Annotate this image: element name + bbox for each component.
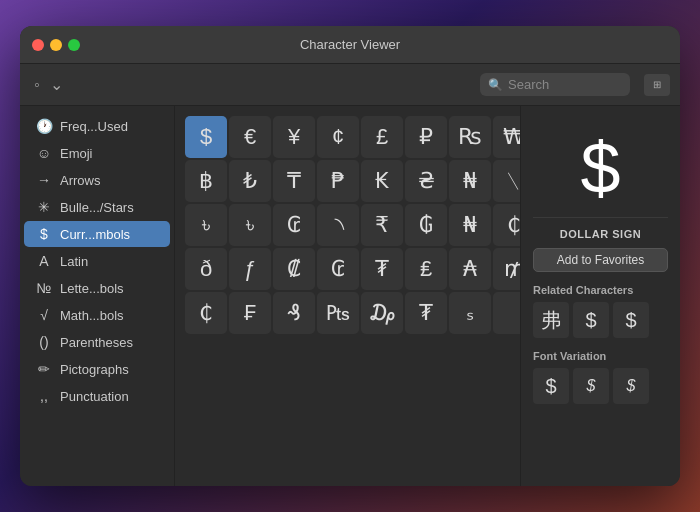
- sidebar-item-label-math-symbols: Math...bols: [60, 308, 124, 323]
- sidebar-item-label-bullets-stars: Bulle.../Stars: [60, 200, 134, 215]
- char-cell[interactable]: $: [185, 116, 227, 158]
- related-chars: 弗$$: [533, 302, 668, 338]
- char-cell[interactable]: ₵: [185, 292, 227, 334]
- char-cell[interactable]: ¢: [317, 116, 359, 158]
- font-variation-char[interactable]: $: [613, 368, 649, 404]
- char-cell[interactable]: ₩: [493, 116, 520, 158]
- sidebar-item-icon-parentheses: (): [36, 334, 52, 350]
- detail-char-display: $: [533, 118, 668, 218]
- sidebar-item-latin[interactable]: A Latin: [24, 248, 170, 274]
- char-cell[interactable]: ð: [185, 248, 227, 290]
- sidebar-item-label-punctuation: Punctuation: [60, 389, 129, 404]
- char-cell[interactable]: ₲: [405, 204, 447, 246]
- back-button[interactable]: ◦: [30, 73, 44, 96]
- sidebar-item-math-symbols[interactable]: √ Math...bols: [24, 302, 170, 328]
- detail-char-name: DOLLAR SIGN: [533, 228, 668, 240]
- char-cell[interactable]: £: [361, 116, 403, 158]
- window-title: Character Viewer: [300, 37, 400, 52]
- sidebar-item-letter-symbols[interactable]: № Lette...bols: [24, 275, 170, 301]
- char-cell[interactable]: ₳: [449, 248, 491, 290]
- char-cell[interactable]: ₦: [449, 160, 491, 202]
- sidebar-item-label-currency: Curr...mbols: [60, 227, 130, 242]
- char-cell[interactable]: ₛ: [449, 292, 491, 334]
- sidebar-item-emoji[interactable]: ☺ Emoji: [24, 140, 170, 166]
- search-icon: 🔍: [488, 78, 503, 92]
- char-cell[interactable]: ₵: [493, 204, 520, 246]
- add-favorites-button[interactable]: Add to Favorites: [533, 248, 668, 272]
- char-cell[interactable]: ₯: [361, 292, 403, 334]
- sidebar-item-icon-letter-symbols: №: [36, 280, 52, 296]
- related-char[interactable]: $: [613, 302, 649, 338]
- char-cell[interactable]: ƒ: [229, 248, 271, 290]
- related-section-title: Related Characters: [533, 284, 668, 296]
- sidebar-item-icon-punctuation: ,,: [36, 388, 52, 404]
- sidebar-item-icon-latin: A: [36, 253, 52, 269]
- char-cell[interactable]: ₺: [229, 160, 271, 202]
- char-cell[interactable]: ₢: [273, 204, 315, 246]
- char-cell[interactable]: ₤: [405, 248, 447, 290]
- char-grid-area: $€¥¢£₽₨₩฿₺₸₱₭₴₦﹨৳৳₢৲₹₲₦₵ðƒ₡₢₮₤₳₥₵₣₰₧₯₮ₛ: [175, 106, 520, 486]
- close-button[interactable]: [32, 39, 44, 51]
- char-grid: $€¥¢£₽₨₩฿₺₸₱₭₴₦﹨৳৳₢৲₹₲₦₵ðƒ₡₢₮₤₳₥₵₣₰₧₯₮ₛ: [185, 116, 510, 334]
- sidebar-item-icon-arrows: →: [36, 172, 52, 188]
- detail-panel: $ DOLLAR SIGN Add to Favorites Related C…: [520, 106, 680, 486]
- char-cell[interactable]: ₣: [229, 292, 271, 334]
- sidebar-item-arrows[interactable]: → Arrows: [24, 167, 170, 193]
- sidebar-item-label-latin: Latin: [60, 254, 88, 269]
- char-cell[interactable]: ₱: [317, 160, 359, 202]
- char-cell[interactable]: ৳: [229, 204, 271, 246]
- char-cell[interactable]: ₰: [273, 292, 315, 334]
- sidebar-item-freq-used[interactable]: 🕐 Freq...Used: [24, 113, 170, 139]
- char-cell[interactable]: ₢: [317, 248, 359, 290]
- char-cell[interactable]: ₡: [273, 248, 315, 290]
- grid-toggle-button[interactable]: ⊞: [644, 74, 670, 96]
- sidebar-item-icon-bullets-stars: ✳: [36, 199, 52, 215]
- sidebar-item-icon-math-symbols: √: [36, 307, 52, 323]
- font-variation-char[interactable]: $: [573, 368, 609, 404]
- font-variation-char[interactable]: $: [533, 368, 569, 404]
- search-input[interactable]: [508, 77, 622, 92]
- char-cell[interactable]: ฿: [185, 160, 227, 202]
- nav-buttons: ◦ ⌄: [30, 73, 67, 96]
- char-cell[interactable]: €: [229, 116, 271, 158]
- minimize-button[interactable]: [50, 39, 62, 51]
- char-cell[interactable]: ₮: [405, 292, 447, 334]
- char-cell[interactable]: ৲: [317, 204, 359, 246]
- sidebar-item-icon-pictographs: ✏: [36, 361, 52, 377]
- char-cell[interactable]: ₮: [361, 248, 403, 290]
- char-cell[interactable]: ₧: [317, 292, 359, 334]
- sidebar-item-pictographs[interactable]: ✏ Pictographs: [24, 356, 170, 382]
- traffic-lights: [32, 39, 80, 51]
- char-cell[interactable]: ₦: [449, 204, 491, 246]
- char-cell[interactable]: ₭: [361, 160, 403, 202]
- related-char[interactable]: $: [573, 302, 609, 338]
- sidebar-item-label-pictographs: Pictographs: [60, 362, 129, 377]
- char-cell[interactable]: ₸: [273, 160, 315, 202]
- sidebar-item-bullets-stars[interactable]: ✳ Bulle.../Stars: [24, 194, 170, 220]
- char-cell[interactable]: [493, 292, 520, 334]
- char-cell[interactable]: ﹨: [493, 160, 520, 202]
- char-cell[interactable]: ¥: [273, 116, 315, 158]
- maximize-button[interactable]: [68, 39, 80, 51]
- titlebar: Character Viewer: [20, 26, 680, 64]
- sidebar-item-icon-emoji: ☺: [36, 145, 52, 161]
- sidebar-item-currency[interactable]: $ Curr...mbols: [24, 221, 170, 247]
- sidebar-item-label-letter-symbols: Lette...bols: [60, 281, 124, 296]
- sidebar-item-punctuation[interactable]: ,, Punctuation: [24, 383, 170, 409]
- sidebar-item-icon-freq-used: 🕐: [36, 118, 52, 134]
- sidebar: 🕐 Freq...Used ☺ Emoji → Arrows ✳ Bulle..…: [20, 106, 175, 486]
- char-cell[interactable]: ₨: [449, 116, 491, 158]
- char-cell[interactable]: ৳: [185, 204, 227, 246]
- related-char[interactable]: 弗: [533, 302, 569, 338]
- char-cell[interactable]: ₽: [405, 116, 447, 158]
- char-cell[interactable]: ₹: [361, 204, 403, 246]
- detail-char: $: [580, 127, 620, 209]
- content-area: 🕐 Freq...Used ☺ Emoji → Arrows ✳ Bulle..…: [20, 106, 680, 486]
- dropdown-button[interactable]: ⌄: [46, 73, 67, 96]
- sidebar-item-parentheses[interactable]: () Parentheses: [24, 329, 170, 355]
- char-cell[interactable]: ₥: [493, 248, 520, 290]
- grid-toggle-icon: ⊞: [653, 79, 661, 90]
- font-variation-title: Font Variation: [533, 350, 668, 362]
- char-cell[interactable]: ₴: [405, 160, 447, 202]
- toolbar: ◦ ⌄ 🔍 ⊞: [20, 64, 680, 106]
